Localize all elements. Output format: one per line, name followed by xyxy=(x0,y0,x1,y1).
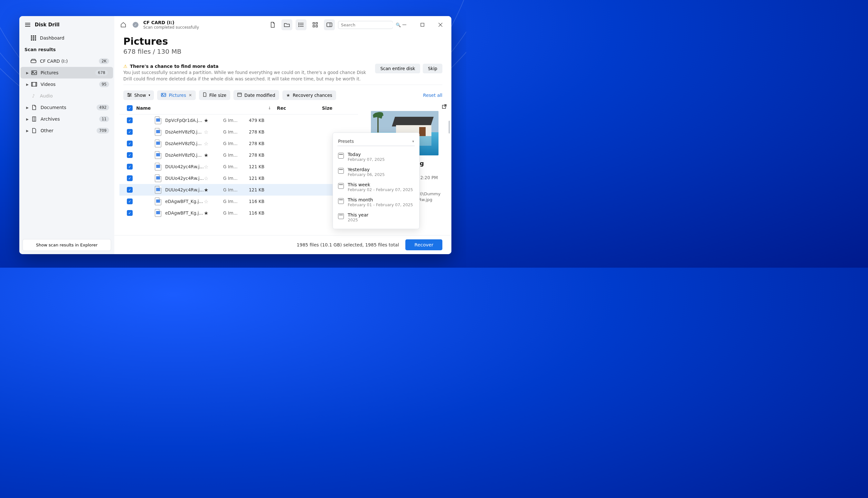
reset-all-link[interactable]: Reset all xyxy=(423,93,442,98)
grid-view-button[interactable] xyxy=(310,19,321,30)
calendar-icon xyxy=(338,213,344,219)
home-icon[interactable] xyxy=(119,20,128,29)
file-icon-button[interactable] xyxy=(267,19,278,30)
row-checkbox[interactable]: ✓ xyxy=(123,152,136,158)
table-header: ✓ Name ↓ Rec e Size xyxy=(119,102,358,115)
table-row[interactable]: ✓DUUo42yc4Rw.j...☆G Im...121 KB xyxy=(119,161,358,172)
scan-entire-disk-button[interactable]: Scan entire disk xyxy=(375,64,420,73)
svg-rect-23 xyxy=(316,23,317,24)
grid-icon xyxy=(30,35,37,41)
file-type-icon xyxy=(155,163,161,171)
preset-option[interactable]: This monthFebruary 01 - February 07, 202… xyxy=(333,195,419,210)
warning-icon: ⚠ xyxy=(123,64,127,69)
svg-rect-29 xyxy=(421,23,424,26)
audio-icon: ♪ xyxy=(30,93,37,99)
table-row[interactable]: ✓DszAeHV8zfQ.j...☆G Im...278 KB xyxy=(119,126,358,138)
page-header: Pictures 678 files / 130 MB xyxy=(114,34,451,58)
sidebar-item-archives[interactable]: ▶ Archives 11 xyxy=(19,113,114,125)
svg-rect-8 xyxy=(35,39,36,41)
star-icon: ★ xyxy=(204,210,223,216)
row-checkbox[interactable]: ✓ xyxy=(123,210,136,216)
sidebar-item-audio[interactable]: ♪ Audio xyxy=(19,90,114,102)
maximize-button[interactable] xyxy=(416,20,429,29)
sidebar-item-documents[interactable]: ▶ Documents 492 xyxy=(19,102,114,113)
file-size-filter-chip[interactable]: File size xyxy=(199,90,230,100)
date-modified-filter-chip[interactable]: Date modified xyxy=(233,90,279,100)
select-all-checkbox[interactable]: ✓ xyxy=(123,105,136,111)
table-row[interactable]: ✓DUUo42yc4Rw.j...★G Im...121 KB xyxy=(119,184,358,196)
col-rec[interactable]: Rec xyxy=(277,106,296,111)
file-size: 278 KB xyxy=(249,141,281,146)
svg-rect-1 xyxy=(33,35,34,37)
file-type-icon xyxy=(155,186,161,194)
recovery-filter-chip[interactable]: ★ Recovery chances xyxy=(282,90,336,100)
file-name: eDAgwBFT_Kg.j... xyxy=(165,199,204,204)
row-checkbox[interactable]: ✓ xyxy=(123,141,136,146)
file-name: DszAeHV8zfQ.j... xyxy=(165,153,204,158)
calendar-icon xyxy=(338,198,344,204)
app-window: Disk Drill Dashboard Scan results CF CAR… xyxy=(19,16,451,254)
pictures-filter-chip[interactable]: Pictures ✕ xyxy=(157,90,196,100)
star-icon: ☆ xyxy=(204,141,223,147)
skip-button[interactable]: Skip xyxy=(423,64,442,73)
preset-option[interactable]: YesterdayFebruary 06, 2025 xyxy=(333,165,419,180)
file-size: 121 KB xyxy=(249,176,281,181)
search-input[interactable] xyxy=(341,23,396,27)
close-button[interactable] xyxy=(434,20,447,29)
table-row[interactable]: ✓DpVcFpQr1dA.j...★G Im...479 KB xyxy=(119,115,358,126)
table-row[interactable]: ✓eDAgwBFT_Kg.j...★G Im...116 KB xyxy=(119,207,358,219)
search-box[interactable]: 🔍 xyxy=(338,21,393,29)
selection-status: 1985 files (10.1 GB) selected, 1985 file… xyxy=(123,242,405,247)
minimize-button[interactable] xyxy=(398,20,411,29)
video-icon xyxy=(31,81,37,88)
folder-icon-button[interactable] xyxy=(281,19,292,30)
date-presets-dropdown: Presets ▾ TodayFebruary 07, 2025Yesterda… xyxy=(333,133,420,229)
star-icon: ☆ xyxy=(204,164,223,170)
table-row[interactable]: ✓eDAgwBFT_Kg.j...☆G Im...116 KB xyxy=(119,196,358,207)
row-checkbox[interactable]: ✓ xyxy=(123,117,136,123)
preset-option[interactable]: TodayFebruary 07, 2025 xyxy=(333,149,419,165)
calendar-icon xyxy=(237,92,242,98)
sidebar-items: CF CARD (I:) 2K ▶ Pictures 678 ▶ Videos … xyxy=(19,55,114,236)
preset-option[interactable]: This year2025 xyxy=(333,210,419,225)
svg-point-36 xyxy=(130,94,131,95)
svg-rect-40 xyxy=(238,93,241,96)
presets-select[interactable]: Presets ▾ xyxy=(337,137,415,146)
file-size: 278 KB xyxy=(249,129,281,134)
sidebar-item-drive[interactable]: CF CARD (I:) 2K xyxy=(19,55,114,67)
show-in-explorer-button[interactable]: Show scan results in Explorer xyxy=(23,239,111,251)
row-checkbox[interactable]: ✓ xyxy=(123,175,136,181)
sidebar-dashboard[interactable]: Dashboard xyxy=(19,32,114,44)
row-checkbox[interactable]: ✓ xyxy=(123,164,136,170)
drive-name: CF CARD (I:) xyxy=(143,20,199,25)
sidebar-item-other[interactable]: ▶ Other 709 xyxy=(19,125,114,136)
close-icon[interactable]: ✕ xyxy=(189,93,192,97)
file-type: G Im... xyxy=(223,210,249,215)
scrollbar[interactable] xyxy=(448,108,450,186)
sort-arrow-icon[interactable]: ↓ xyxy=(268,106,277,110)
image-icon xyxy=(31,69,37,76)
row-checkbox[interactable]: ✓ xyxy=(123,129,136,135)
row-checkbox[interactable]: ✓ xyxy=(123,198,136,204)
calendar-icon xyxy=(338,168,344,174)
panel-toggle-button[interactable] xyxy=(324,19,335,30)
hamburger-icon[interactable] xyxy=(25,23,30,27)
recover-button[interactable]: Recover xyxy=(405,239,442,250)
col-size[interactable]: Size xyxy=(322,106,354,111)
star-icon: ★ xyxy=(204,187,223,193)
sidebar: Disk Drill Dashboard Scan results CF CAR… xyxy=(19,16,114,254)
scan-status: Scan completed successfully xyxy=(143,25,199,30)
sidebar-item-videos[interactable]: ▶ Videos 95 xyxy=(19,78,114,90)
table-row[interactable]: ✓DszAeHV8zfQ.j...★G Im...278 KB xyxy=(119,149,358,161)
sidebar-item-pictures[interactable]: ▶ Pictures 678 xyxy=(21,67,113,78)
preset-option[interactable]: This weekFebruary 02 - February 07, 2025 xyxy=(333,180,419,195)
table-row[interactable]: ✓DszAeHV8zfQ.j...☆G Im...278 KB xyxy=(119,138,358,149)
svg-point-39 xyxy=(162,94,163,95)
table-row[interactable]: ✓DUUo42yc4Rw.j...☆G Im...121 KB xyxy=(119,172,358,184)
row-checkbox[interactable]: ✓ xyxy=(123,187,136,193)
list-view-button[interactable] xyxy=(296,19,307,30)
show-filter-chip[interactable]: Show ▾ xyxy=(123,90,154,100)
file-type: G Im... xyxy=(223,129,249,134)
open-external-icon[interactable] xyxy=(442,104,447,110)
col-name[interactable]: Name xyxy=(136,106,151,111)
